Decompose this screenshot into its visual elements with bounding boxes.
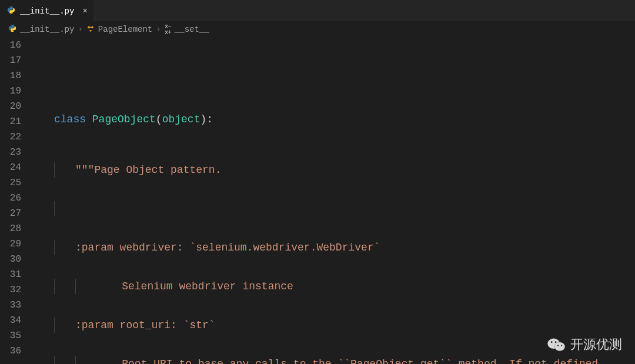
code-area[interactable]: class PageObject(object): """Page Object… — [33, 38, 635, 364]
symbol-class-icon — [86, 24, 95, 35]
line-number: 34 — [0, 313, 21, 328]
code-line: Root URI to base any calls to the ``Page… — [33, 356, 635, 364]
breadcrumb-method[interactable]: __set__ — [175, 25, 209, 34]
line-number: 29 — [0, 236, 21, 252]
line-number: 28 — [0, 221, 21, 236]
breadcrumb-file[interactable]: __init__.py — [20, 25, 74, 34]
line-number: 35 — [0, 328, 21, 343]
line-number: 32 — [0, 282, 21, 298]
chevron-right-icon: › — [156, 25, 161, 34]
line-number: 18 — [0, 68, 21, 84]
editor[interactable]: 1617181920212223242526272829303132333435… — [0, 38, 635, 364]
tab-init-py[interactable]: __init__.py × — [0, 0, 93, 21]
line-number: 22 — [0, 129, 21, 145]
tab-bar: __init__.py × — [0, 0, 635, 21]
breadcrumb: __init__.py › PageElement › x−x+ __set__ — [0, 21, 635, 38]
chevron-right-icon: › — [78, 25, 82, 34]
line-number: 26 — [0, 191, 21, 206]
line-number: 33 — [0, 298, 21, 313]
code-line: class PageObject(object): — [33, 112, 635, 127]
tab-close-icon[interactable]: × — [82, 6, 87, 16]
line-number: 16 — [0, 38, 21, 53]
line-number-gutter: 1617181920212223242526272829303132333435… — [0, 38, 33, 364]
line-number: 19 — [0, 84, 21, 99]
line-number: 31 — [0, 267, 21, 282]
line-number: 21 — [0, 114, 21, 129]
code-line — [33, 61, 635, 76]
python-file-icon — [7, 6, 15, 16]
code-line: :param webdriver: `selenium.webdriver.We… — [33, 240, 635, 255]
code-line: """Page Object pattern. — [33, 162, 635, 178]
line-number: 17 — [0, 53, 21, 68]
code-line: Selenium webdriver instance — [33, 279, 635, 294]
line-number: 27 — [0, 206, 21, 221]
line-number: 24 — [0, 160, 21, 175]
code-line — [33, 201, 635, 216]
line-number: 36 — [0, 343, 21, 359]
tab-label: __init__.py — [20, 6, 74, 16]
line-number: 30 — [0, 252, 21, 267]
line-number: 23 — [0, 145, 21, 160]
line-number: 25 — [0, 175, 21, 191]
symbol-method-icon: x−x+ — [165, 24, 171, 35]
line-number: 20 — [0, 99, 21, 114]
python-file-icon — [8, 24, 16, 35]
code-line: :param root_uri: `str` — [33, 318, 635, 333]
breadcrumb-class[interactable]: PageElement — [98, 25, 152, 34]
